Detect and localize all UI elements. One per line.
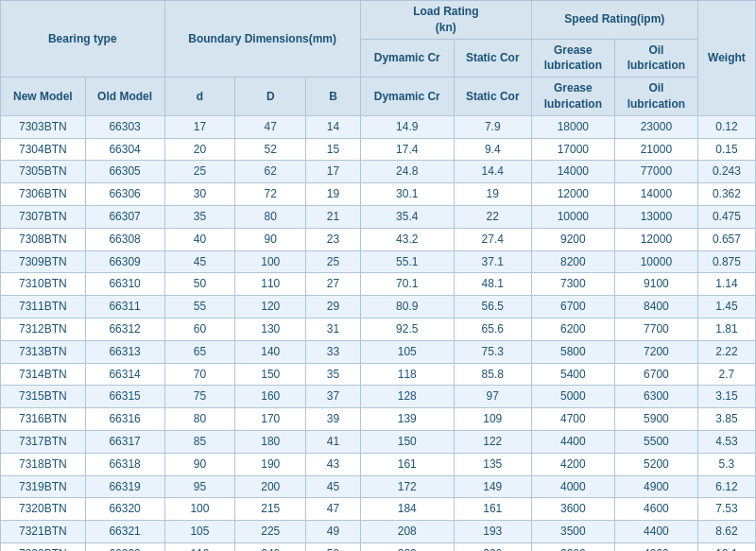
table-cell: 12000 — [531, 183, 614, 206]
table-row: 7303BTN6630317471414.97.918000230000.12 — [1, 115, 756, 138]
table-cell: 7311BTN — [1, 296, 86, 319]
B-col: B — [306, 77, 361, 116]
table-cell: 66308 — [85, 228, 164, 250]
table-cell: 45 — [164, 250, 235, 273]
table-cell: 1.14 — [697, 273, 755, 296]
table-cell: 30.1 — [360, 183, 454, 206]
table-cell: 7200 — [614, 340, 697, 363]
table-cell: 66322 — [85, 542, 164, 551]
table-cell: 7304BTN — [1, 138, 86, 161]
table-cell: 29 — [306, 296, 361, 319]
table-cell: 43.2 — [360, 228, 454, 250]
static-cor-header: Static Cor — [454, 39, 531, 77]
table-cell: 56.5 — [454, 296, 531, 319]
table-cell: 120 — [235, 296, 306, 319]
dynamic-cr-header: Dymamic Cr — [360, 39, 454, 77]
table-cell: 17.4 — [360, 138, 454, 161]
table-cell: 3200 — [531, 542, 614, 551]
table-cell: 7318BTN — [1, 453, 86, 475]
table-cell: 139 — [360, 408, 454, 431]
table-cell: 92.5 — [360, 318, 454, 340]
table-cell: 66303 — [85, 115, 164, 138]
bearing-type-header: Bearing type — [1, 1, 165, 77]
table-cell: 65.6 — [454, 318, 531, 340]
table-row: 7316BTN663168017039139109470059003.85 — [1, 408, 756, 431]
table-cell: 7321BTN — [1, 521, 86, 543]
table-cell: 200 — [235, 475, 306, 498]
table-cell: 85.8 — [454, 363, 531, 386]
table-cell: 66314 — [85, 363, 164, 386]
old-model-col: Old Model — [85, 77, 164, 116]
table-row: 7304BTN6630420521517.49.417000210000.15 — [1, 138, 756, 161]
table-cell: 65 — [164, 340, 235, 363]
table-cell: 6700 — [531, 296, 614, 319]
weight-header: Weight — [697, 1, 755, 116]
table-cell: 35 — [306, 363, 361, 386]
table-cell: 14 — [306, 115, 361, 138]
table-cell: 7316BTN — [1, 408, 86, 431]
new-model-col: New Model — [1, 77, 86, 116]
table-cell: 10.1 — [697, 542, 755, 551]
table-cell: 33 — [306, 340, 361, 363]
table-cell: 1.81 — [697, 318, 755, 340]
table-cell: 48.1 — [454, 273, 531, 296]
table-cell: 149 — [454, 475, 531, 498]
table-cell: 6.12 — [697, 475, 755, 498]
d-col: d — [164, 77, 235, 116]
table-cell: 7319BTN — [1, 475, 86, 498]
table-cell: 5400 — [531, 363, 614, 386]
table-cell: 140 — [235, 340, 306, 363]
table-cell: 190 — [235, 453, 306, 475]
table-cell: 5200 — [614, 453, 697, 475]
table-cell: 109 — [454, 408, 531, 431]
table-cell: 23000 — [614, 115, 697, 138]
bearing-table-container: Bearing typeBoundary Dimensions(mm)Load … — [0, 0, 756, 551]
table-cell: 66320 — [85, 498, 164, 521]
table-cell: 40 — [164, 228, 235, 250]
table-cell: 75 — [164, 386, 235, 408]
table-cell: 70 — [164, 363, 235, 386]
table-cell: 95 — [164, 475, 235, 498]
table-row: 7308BTN6630840902343.227.49200120000.657 — [1, 228, 756, 250]
table-cell: 14000 — [531, 161, 614, 183]
table-cell: 118 — [360, 363, 454, 386]
table-cell: 150 — [360, 430, 454, 453]
table-cell: 49 — [306, 521, 361, 543]
table-cell: 27 — [306, 273, 361, 296]
table-cell: 7322BTN — [1, 542, 86, 551]
table-cell: 215 — [235, 498, 306, 521]
table-cell: 66313 — [85, 340, 164, 363]
table-cell: 97 — [454, 386, 531, 408]
table-cell: 18000 — [531, 115, 614, 138]
table-cell: 21 — [306, 205, 361, 228]
table-cell: 10000 — [614, 250, 697, 273]
table-cell: 160 — [235, 386, 306, 408]
table-cell: 0.475 — [697, 205, 755, 228]
table-cell: 161 — [360, 453, 454, 475]
table-cell: 14000 — [614, 183, 697, 206]
D-col: D — [235, 77, 306, 116]
table-cell: 90 — [164, 453, 235, 475]
table-cell: 4000 — [531, 475, 614, 498]
table-cell: 17 — [164, 115, 235, 138]
table-cell: 130 — [235, 318, 306, 340]
table-cell: 77000 — [614, 161, 697, 183]
table-row: 7314BTN66314701503511885.8540067002.7 — [1, 363, 756, 386]
table-cell: 90 — [235, 228, 306, 250]
table-cell: 31 — [306, 318, 361, 340]
table-row: 7315BTN66315751603712897500063003.15 — [1, 386, 756, 408]
table-cell: 170 — [235, 408, 306, 431]
table-cell: 4200 — [531, 453, 614, 475]
static-cor-col: Static Cor — [454, 77, 531, 116]
table-cell: 4600 — [614, 498, 697, 521]
table-cell: 35.4 — [360, 205, 454, 228]
table-cell: 80.9 — [360, 296, 454, 319]
table-cell: 4400 — [614, 521, 697, 543]
table-cell: 66321 — [85, 521, 164, 543]
table-cell: 80 — [235, 205, 306, 228]
table-cell: 75.3 — [454, 340, 531, 363]
table-cell: 225 — [235, 521, 306, 543]
table-cell: 62 — [235, 161, 306, 183]
table-cell: 17000 — [531, 138, 614, 161]
table-cell: 15 — [306, 138, 361, 161]
